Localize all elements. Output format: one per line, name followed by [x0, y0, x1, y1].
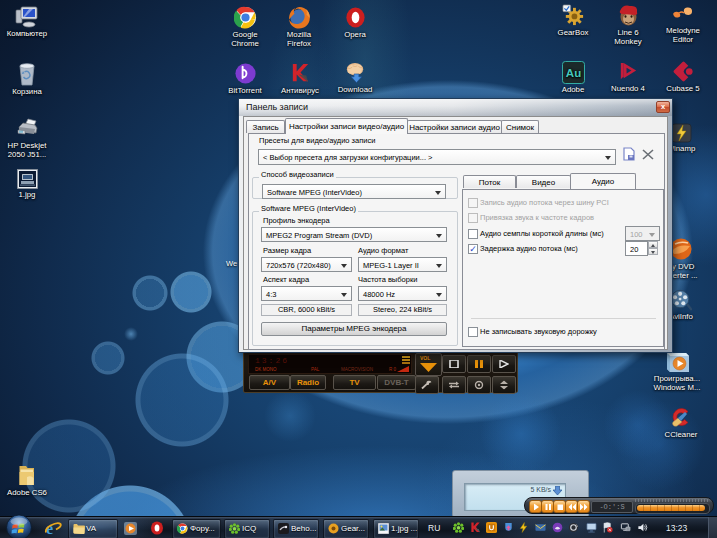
svg-text:Au: Au	[565, 67, 580, 79]
